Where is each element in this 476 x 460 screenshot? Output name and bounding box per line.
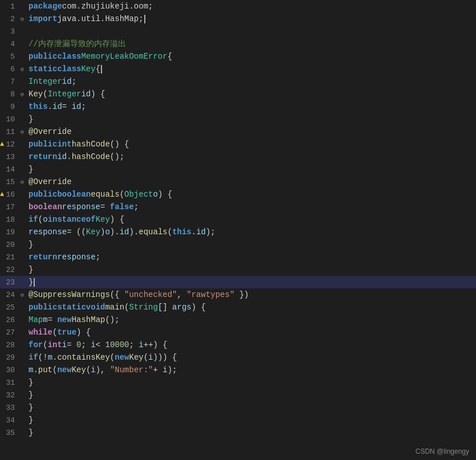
- code-line: 21 return response;: [0, 251, 476, 263]
- code-line: 29 if (!m.containsKey(new Key(i))) {: [0, 351, 476, 364]
- line-content: Map m = new HashMap();: [26, 314, 476, 326]
- code-line: 18 if (o instanceof Key) {: [0, 213, 476, 226]
- code-line: 26 Map m = new HashMap();: [0, 314, 476, 326]
- line-number: 4: [0, 38, 18, 50]
- code-line: ▲16 public boolean equals(Object o) {: [0, 188, 476, 201]
- line-content: this.id = id;: [26, 100, 476, 113]
- line-content: }: [26, 401, 476, 414]
- no-fold: [18, 251, 26, 263]
- code-line: 27 while (true) {: [0, 326, 476, 339]
- fold-icon[interactable]: ⊖: [18, 176, 26, 188]
- line-content: }: [26, 163, 476, 176]
- line-content: return id.hashCode();: [26, 150, 476, 163]
- line-content: }: [26, 113, 476, 125]
- line-number: 29: [0, 351, 18, 364]
- line-content: response = ((Key)o).id).equals(this.id);: [26, 226, 476, 238]
- code-line: 25 public static void main(String[] args…: [0, 301, 476, 314]
- line-number: 8: [0, 88, 18, 100]
- line-number: 7: [0, 75, 18, 88]
- no-fold: [18, 326, 26, 339]
- no-fold: [18, 401, 26, 414]
- fold-icon[interactable]: ⊖: [18, 288, 26, 301]
- line-content: public boolean equals(Object o) {: [26, 188, 476, 201]
- line-number: 18: [0, 213, 18, 226]
- code-line: 20 }: [0, 238, 476, 251]
- line-content: public class MemoryLeakOomError {: [26, 50, 476, 63]
- code-line: 5public class MemoryLeakOomError {: [0, 50, 476, 63]
- line-content: }: [26, 263, 476, 276]
- line-content: boolean response = false;: [26, 201, 476, 213]
- code-line: 19 response = ((Key)o).id).equals(this.i…: [0, 226, 476, 238]
- fold-icon[interactable]: ⊖: [18, 63, 26, 75]
- code-line: 22 }: [0, 263, 476, 276]
- line-number: 20: [0, 238, 18, 251]
- code-editor: 1package com.zhujiukeji.oom;2⊖import jav…: [0, 0, 476, 460]
- code-line: 13 return id.hashCode();: [0, 150, 476, 163]
- line-number: 25: [0, 301, 18, 314]
- line-content: import java.util.HashMap;: [26, 13, 476, 25]
- line-number: ▲12: [0, 138, 18, 150]
- warning-icon: ▲: [0, 140, 4, 148]
- line-number: ▲16: [0, 188, 18, 201]
- code-line: 35}: [0, 426, 476, 439]
- line-number: 19: [0, 226, 18, 238]
- code-line: 11⊖ @Override: [0, 125, 476, 138]
- line-content: Integer id;: [26, 75, 476, 88]
- code-line: 24⊖ @SuppressWarnings({ "unchecked", "ra…: [0, 288, 476, 301]
- fold-icon[interactable]: ⊖: [18, 13, 26, 25]
- code-line: 1package com.zhujiukeji.oom;: [0, 0, 476, 13]
- line-number: 3: [0, 25, 18, 38]
- line-number: 9: [0, 100, 18, 113]
- no-fold: [18, 100, 26, 113]
- line-number: 26: [0, 314, 18, 326]
- line-content: @Override: [26, 125, 476, 138]
- warning-icon: ▲: [0, 190, 4, 198]
- no-fold: [18, 414, 26, 426]
- code-line: 31 }: [0, 376, 476, 389]
- code-line: 14 }: [0, 163, 476, 176]
- no-fold: [18, 163, 26, 176]
- no-fold: [18, 188, 26, 201]
- line-number: 10: [0, 113, 18, 125]
- line-content: [26, 25, 476, 38]
- line-content: }: [26, 426, 476, 439]
- line-content: for (int i = 0; i < 10000; i++) {: [26, 339, 476, 351]
- line-number: 22: [0, 263, 18, 276]
- code-line: 9 this.id = id;: [0, 100, 476, 113]
- line-content: m.put(new Key(i), "Number:" + i);: [26, 364, 476, 376]
- line-number: 6: [0, 63, 18, 75]
- no-fold: [18, 226, 26, 238]
- code-line: 33 }: [0, 401, 476, 414]
- line-content: public static void main(String[] args) {: [26, 301, 476, 314]
- no-fold: [18, 364, 26, 376]
- line-content: if (!m.containsKey(new Key(i))) {: [26, 351, 476, 364]
- line-number: 27: [0, 326, 18, 339]
- fold-icon[interactable]: ⊖: [18, 88, 26, 100]
- line-content: //内存泄漏导致的内存溢出: [26, 38, 476, 50]
- code-line: 10 }: [0, 113, 476, 125]
- line-number: 33: [0, 401, 18, 414]
- line-content: public int hashCode() {: [26, 138, 476, 150]
- line-number: 1: [0, 0, 18, 13]
- code-line: ▲12 public int hashCode() {: [0, 138, 476, 150]
- line-content: static class Key {: [26, 63, 476, 75]
- code-line: 32 }: [0, 389, 476, 401]
- line-number: 23: [0, 276, 18, 288]
- fold-icon[interactable]: ⊖: [18, 125, 26, 138]
- no-fold: [18, 213, 26, 226]
- code-line: 6⊖ static class Key {: [0, 63, 476, 75]
- line-content: package com.zhujiukeji.oom;: [26, 0, 476, 13]
- no-fold: [18, 201, 26, 213]
- watermark-text: CSDN @lingengy: [416, 447, 469, 455]
- no-fold: [18, 301, 26, 314]
- code-line: 34 }: [0, 414, 476, 426]
- no-fold: [18, 263, 26, 276]
- no-fold: [18, 238, 26, 251]
- line-number: 21: [0, 251, 18, 263]
- line-number: 35: [0, 426, 18, 439]
- no-fold: [18, 426, 26, 439]
- line-content: }: [26, 238, 476, 251]
- no-fold: [18, 50, 26, 63]
- line-number: 28: [0, 339, 18, 351]
- line-content: return response;: [26, 251, 476, 263]
